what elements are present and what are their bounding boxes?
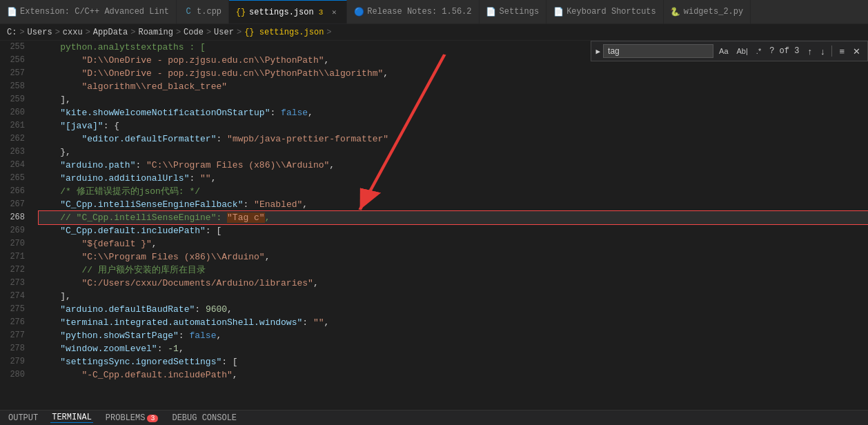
breadcrumb-roaming: Roaming: [138, 28, 172, 37]
breadcrumb-sep-7: >: [237, 28, 241, 37]
breadcrumb-cxxu: cxxu: [63, 28, 83, 37]
code-line-263: },: [39, 146, 868, 159]
panel-tab-output[interactable]: OUTPUT: [7, 413, 39, 423]
py-icon: 🐍: [671, 7, 680, 17]
code-area[interactable]: 255 256 257 258 259 260 261 262 263 264 …: [0, 41, 868, 410]
line-num-271: 271: [6, 250, 25, 264]
tab-bar: 📄 Extension: C/C++ Advanced Lint C t.cpp…: [0, 0, 868, 24]
line-num-277: 277: [6, 329, 25, 342]
breadcrumb-sep-2: >: [55, 28, 60, 37]
panel-tab-terminal[interactable]: TERMINAL: [50, 413, 93, 423]
breadcrumb-sep-1: >: [19, 28, 24, 37]
code-content[interactable]: python.analytstextpaths : [ "D:\\OneDriv…: [33, 41, 868, 410]
code-line-265: "arduino.additionalUrls": "",: [39, 172, 868, 185]
search-close-btn[interactable]: ✕: [850, 43, 863, 59]
search-whole-word-btn[interactable]: Ab|: [734, 43, 751, 59]
tab-settings-json-label: settings.json: [249, 8, 314, 17]
code-line-273: "C:/Users/cxxu/Documents/Arduino/librari…: [39, 277, 868, 290]
search-match-case-btn[interactable]: Aa: [716, 43, 731, 59]
editor[interactable]: ▶ Aa Ab| .* ? of 3 ↑ ↓ ≡ ✕ 255 256 257 2…: [0, 41, 868, 410]
code-line-258: "algorithm\\red_black_tree": [39, 80, 868, 93]
json-icon: {}: [236, 8, 246, 17]
tab-settings[interactable]: 📄 Settings: [480, 0, 547, 24]
tab-widgets[interactable]: 🐍 widgets_2.py: [664, 0, 751, 24]
line-num-269: 269: [6, 224, 25, 237]
breadcrumb-settings-json: {} settings.json: [244, 28, 324, 37]
line-num-274: 274: [6, 290, 25, 303]
editor-area: ▶ Aa Ab| .* ? of 3 ↑ ↓ ≡ ✕ 255 256 257 2…: [0, 41, 868, 410]
search-prev-btn[interactable]: ↑: [805, 43, 815, 59]
search-count: ? of 3: [767, 46, 802, 56]
breadcrumb-sep-4: >: [130, 28, 135, 37]
tab-release-notes-label: Release Notes: 1.56.2: [367, 7, 471, 17]
code-line-264: "arduino.path": "C:\\Program Files (x86)…: [39, 159, 868, 172]
code-line-259: ],: [39, 93, 868, 106]
code-line-261: "[java]": {: [39, 119, 868, 132]
search-bar: ▶ Aa Ab| .* ? of 3 ↑ ↓ ≡ ✕: [591, 41, 868, 61]
breadcrumb-c: C:: [7, 28, 17, 37]
line-num-258: 258: [6, 80, 25, 93]
search-options-btn[interactable]: ≡: [836, 43, 847, 59]
panel-tab-debug[interactable]: DEBUG CONSOLE: [170, 413, 238, 423]
breadcrumb-sep-6: >: [206, 28, 211, 37]
tab-ext-lint-label: Extension: C/C++ Advanced Lint: [20, 7, 169, 17]
line-num-260: 260: [6, 106, 25, 119]
line-num-255: 255: [6, 41, 25, 54]
breadcrumb-users: Users: [28, 28, 52, 37]
search-input[interactable]: [603, 44, 713, 58]
line-numbers: 255 256 257 258 259 260 261 262 263 264 …: [0, 41, 33, 410]
breadcrumb-sep-3: >: [86, 28, 90, 37]
code-line-276: "terminal.integrated.automationShell.win…: [39, 316, 868, 329]
tab-keyboard-shortcuts[interactable]: 📄 Keyboard Shortcuts: [546, 0, 664, 24]
line-num-266: 266: [6, 185, 25, 198]
line-num-273: 273: [6, 277, 25, 290]
tab-t-cpp[interactable]: C t.cpp: [177, 0, 229, 24]
search-next-btn[interactable]: ↓: [818, 43, 828, 59]
problems-badge: 3: [147, 415, 158, 422]
line-num-270: 270: [6, 237, 25, 250]
tab-settings-json[interactable]: {} settings.json 3 ✕: [229, 0, 347, 24]
line-num-276: 276: [6, 316, 25, 329]
tab-keyboard-shortcuts-label: Keyboard Shortcuts: [566, 7, 656, 17]
line-num-279: 279: [6, 355, 25, 368]
code-line-278: "window.zoomLevel": -1,: [39, 342, 868, 355]
release-icon: 🔵: [354, 7, 364, 17]
code-line-277: "python.showStartPage": false,: [39, 329, 868, 342]
tab-widgets-label: widgets_2.py: [684, 7, 743, 17]
settings-icon: 📄: [486, 7, 496, 17]
tab-release-notes[interactable]: 🔵 Release Notes: 1.56.2: [347, 0, 479, 24]
code-line-270: "${default }",: [39, 237, 868, 250]
code-line-257: "D:\\OneDrive - pop.zjgsu.edu.cn\\Python…: [39, 67, 868, 80]
tab-settings-json-close[interactable]: ✕: [328, 7, 339, 18]
breadcrumb-code: Code: [184, 28, 204, 37]
panel-tab-problems[interactable]: PROBLEMS3: [104, 413, 160, 423]
tab-settings-label: Settings: [500, 7, 540, 17]
line-num-265: 265: [6, 172, 25, 185]
breadcrumb: C: > Users > cxxu > AppData > Roaming > …: [0, 24, 868, 41]
line-num-278: 278: [6, 342, 25, 355]
code-line-268: // "C_Cpp.intelliSenseEngine": "Tag c",: [39, 211, 868, 224]
code-line-275: "arduino.defaultBaudRate": 9600,: [39, 303, 868, 316]
line-num-275: 275: [6, 303, 25, 316]
tab-t-cpp-label: t.cpp: [197, 7, 221, 17]
breadcrumb-sep-5: >: [176, 28, 181, 37]
breadcrumb-sep-8: >: [326, 28, 331, 37]
line-num-256: 256: [6, 54, 25, 67]
search-regex-btn[interactable]: .*: [753, 43, 764, 59]
code-line-267: "C_Cpp.intelliSenseEngineFallback": "Ena…: [39, 198, 868, 211]
line-num-259: 259: [6, 93, 25, 106]
search-divider: [831, 46, 832, 57]
cpp-icon: C: [184, 7, 193, 17]
line-num-261: 261: [6, 119, 25, 132]
panel-tab-bar: OUTPUT TERMINAL PROBLEMS3 DEBUG CONSOLE: [0, 410, 868, 425]
tab-settings-json-badge: 3: [319, 8, 324, 17]
code-line-274: ],: [39, 290, 868, 303]
code-line-272: // 用户额外安装的库所在目录: [39, 264, 868, 277]
kb-icon: 📄: [553, 7, 563, 17]
breadcrumb-appdata: AppData: [93, 28, 128, 37]
line-num-267: 267: [6, 198, 25, 211]
breadcrumb-user: User: [214, 28, 234, 37]
line-num-262: 262: [6, 132, 25, 146]
line-num-280: 280: [6, 368, 25, 382]
tab-ext-lint[interactable]: 📄 Extension: C/C++ Advanced Lint: [0, 0, 177, 24]
